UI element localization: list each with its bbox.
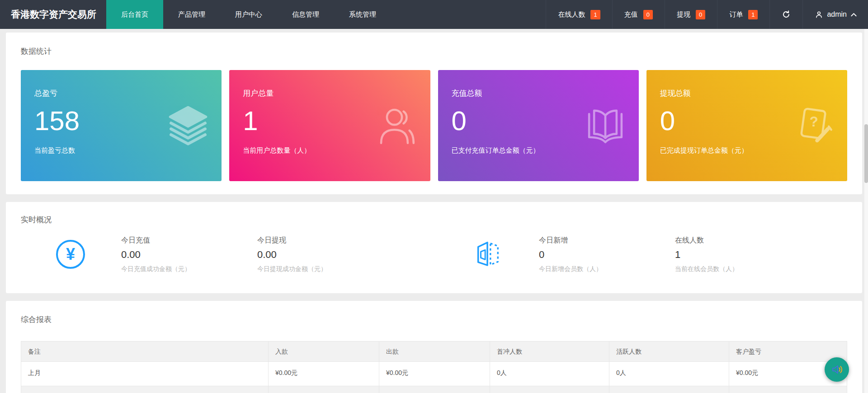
realtime-stats-row: ¥ 今日充值 0.00 今日充值成功金额（元） 今日提现 0.00 今日提现成功… xyxy=(21,236,847,273)
stat-value: 0.00 xyxy=(121,249,257,261)
nav-orders-label: 订单 xyxy=(729,10,743,19)
stat-title: 今日提现 xyxy=(257,236,393,245)
yen-symbol: ¥ xyxy=(56,240,85,269)
stat-title: 今日新增 xyxy=(539,236,675,245)
stat-today-new: 今日新增 0 今日新增会员数（人） xyxy=(539,236,675,273)
card-caption: 已完成提现订单总金额（元） xyxy=(660,146,834,155)
orders-badge: 1 xyxy=(748,10,758,19)
nav-item-dashboard[interactable]: 后台首页 xyxy=(106,0,163,29)
report-table: 备注 入款 出款 首冲人数 活跃人数 客户盈亏 上月 ¥0.00元 ¥0.00元… xyxy=(21,341,847,393)
stat-cards: 总盈亏 158 当前盈亏总数 用户总量 1 当前用户总数量（人） xyxy=(21,70,847,181)
scrollbar-thumb[interactable] xyxy=(864,124,868,183)
nav-online-label: 在线人数 xyxy=(558,10,585,19)
nav-item-products[interactable]: 产品管理 xyxy=(163,0,220,29)
recharge-badge: 0 xyxy=(643,10,653,19)
stat-online-users: 在线人数 1 当前在线会员数（人） xyxy=(675,236,811,273)
stat-caption: 今日提现成功金额（元） xyxy=(257,265,393,273)
cell-first-deposit: 0人 xyxy=(490,362,609,386)
nav-spacer xyxy=(391,0,546,29)
cell-inflow: ¥0.00元 xyxy=(269,362,379,386)
stat-caption: 当前在线会员数（人） xyxy=(675,265,811,273)
cell-active-users: 0人 xyxy=(609,386,729,393)
col-header-outflow: 出款 xyxy=(379,342,490,362)
realtime-title: 实时概况 xyxy=(21,215,847,225)
yen-circle-icon: ¥ xyxy=(56,240,86,270)
col-header-active-users: 活跃人数 xyxy=(609,342,729,362)
card-total-recharge[interactable]: 充值总额 0 已支付充值订单总金额（元） xyxy=(438,70,639,181)
user-menu[interactable]: admin xyxy=(802,0,868,29)
cell-first-deposit: 0人 xyxy=(490,386,609,393)
nav-recharge[interactable]: 充值 0 xyxy=(612,0,665,29)
stat-value: 0.00 xyxy=(257,249,393,261)
nav-orders[interactable]: 订单 1 xyxy=(717,0,769,29)
document-question-icon: ? xyxy=(793,105,835,146)
svg-text:?: ? xyxy=(810,114,818,130)
top-nav: 香港数字资产交易所 后台首页 产品管理 用户中心 信息管理 系统管理 在线人数 … xyxy=(0,0,868,29)
nav-item-info[interactable]: 信息管理 xyxy=(277,0,334,29)
table-row[interactable]: 本月 ¥0.00元 ¥0.00元 0人 0人 ¥0.00元 xyxy=(21,386,847,393)
data-stats-title: 数据统计 xyxy=(21,46,847,56)
col-header-inflow: 入款 xyxy=(269,342,379,362)
stat-title: 今日充值 xyxy=(121,236,257,245)
stat-value: 1 xyxy=(675,249,811,261)
stat-today-recharge: 今日充值 0.00 今日充值成功金额（元） xyxy=(121,236,257,273)
scrollbar-track[interactable] xyxy=(864,29,868,393)
table-header-row: 备注 入款 出款 首冲人数 活跃人数 客户盈亏 xyxy=(21,342,847,362)
col-header-first-deposit: 首冲人数 xyxy=(490,342,609,362)
card-total-users[interactable]: 用户总量 1 当前用户总数量（人） xyxy=(229,70,430,181)
cell-active-users: 0人 xyxy=(609,362,729,386)
member-stats-group: 今日新增 0 今日新增会员数（人） 在线人数 1 当前在线会员数（人） xyxy=(474,236,811,273)
cell-outflow: ¥0.00元 xyxy=(379,362,490,386)
user-name: admin xyxy=(827,10,847,19)
users-icon xyxy=(376,105,418,146)
stat-title: 在线人数 xyxy=(675,236,811,245)
nav-withdraw-label: 提现 xyxy=(677,10,690,19)
cell-remark: 本月 xyxy=(21,386,269,393)
col-header-customer-pnl: 客户盈亏 xyxy=(729,342,847,362)
card-total-withdraw[interactable]: 提现总额 0 已完成提现订单总金额（元） ? xyxy=(646,70,847,181)
card-caption: 已支付充值订单总金额（元） xyxy=(452,146,625,155)
cell-customer-pnl: ¥0.00元 xyxy=(729,386,847,393)
nav-item-users[interactable]: 用户中心 xyxy=(220,0,277,29)
report-title: 综合报表 xyxy=(21,314,847,325)
table-row[interactable]: 上月 ¥0.00元 ¥0.00元 0人 0人 ¥0.00元 xyxy=(21,362,847,386)
speaker-icon xyxy=(830,363,844,376)
nav-recharge-label: 充值 xyxy=(624,10,638,19)
user-icon xyxy=(815,10,823,19)
online-count-badge: 1 xyxy=(590,10,600,19)
refresh-icon xyxy=(782,10,791,19)
card-total-profit[interactable]: 总盈亏 158 当前盈亏总数 xyxy=(21,70,222,181)
building-icon xyxy=(474,240,504,270)
nav-item-system[interactable]: 系统管理 xyxy=(334,0,391,29)
open-book-icon xyxy=(585,105,626,146)
stat-caption: 今日新增会员数（人） xyxy=(539,265,675,273)
sound-toggle-button[interactable] xyxy=(825,357,849,382)
stat-caption: 今日充值成功金额（元） xyxy=(121,265,257,273)
layers-icon xyxy=(167,105,209,146)
report-panel: 综合报表 备注 入款 出款 首冲人数 活跃人数 客户盈亏 上月 ¥0.00元 ¥… xyxy=(6,301,862,393)
card-caption: 当前用户总数量（人） xyxy=(243,146,416,155)
card-title: 充值总额 xyxy=(452,88,625,98)
col-header-remark: 备注 xyxy=(21,342,269,362)
cell-inflow: ¥0.00元 xyxy=(269,386,379,393)
brand-title: 香港数字资产交易所 xyxy=(0,0,106,29)
data-stats-panel: 数据统计 总盈亏 158 当前盈亏总数 用户总量 1 当前用户总数量（人） xyxy=(6,33,862,194)
nav-online-count[interactable]: 在线人数 1 xyxy=(546,0,612,29)
card-caption: 当前盈亏总数 xyxy=(34,146,208,155)
refresh-button[interactable] xyxy=(769,0,802,29)
nav-withdraw[interactable]: 提现 0 xyxy=(665,0,717,29)
cell-remark: 上月 xyxy=(21,362,269,386)
cell-outflow: ¥0.00元 xyxy=(379,386,490,393)
stat-today-withdraw: 今日提现 0.00 今日提现成功金额（元） xyxy=(257,236,393,273)
money-stats-group: ¥ 今日充值 0.00 今日充值成功金额（元） 今日提现 0.00 今日提现成功… xyxy=(56,236,393,273)
stat-value: 0 xyxy=(539,249,675,261)
card-title: 总盈亏 xyxy=(34,88,208,98)
realtime-panel: 实时概况 ¥ 今日充值 0.00 今日充值成功金额（元） 今日提现 0.00 今… xyxy=(6,202,862,293)
card-title: 提现总额 xyxy=(660,88,834,98)
chevron-up-icon xyxy=(850,12,857,17)
card-title: 用户总量 xyxy=(243,88,416,98)
withdraw-badge: 0 xyxy=(696,10,705,19)
